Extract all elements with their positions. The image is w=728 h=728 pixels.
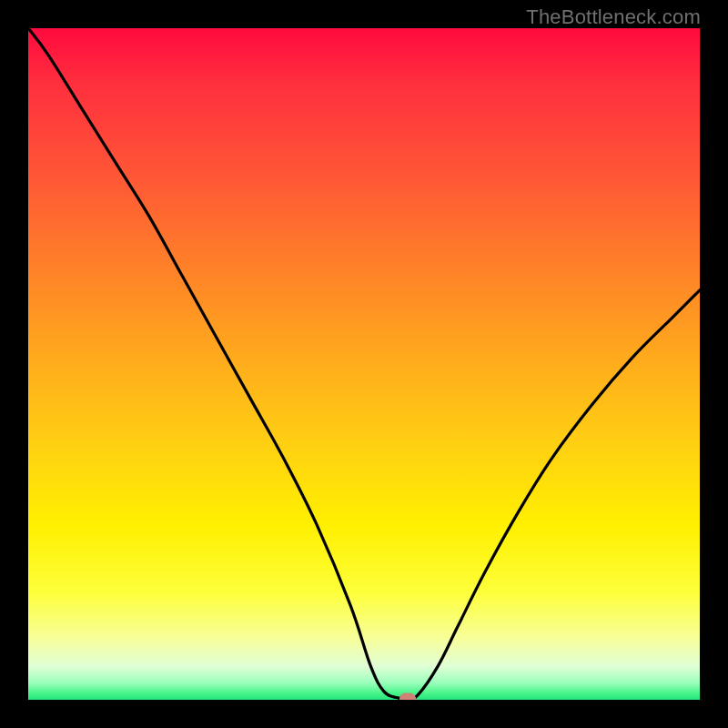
plot-area	[28, 28, 700, 700]
chart-frame: TheBottleneck.com	[0, 0, 728, 728]
bottleneck-curve	[28, 28, 700, 700]
watermark-text: TheBottleneck.com	[526, 5, 701, 29]
optimum-marker	[399, 693, 416, 700]
